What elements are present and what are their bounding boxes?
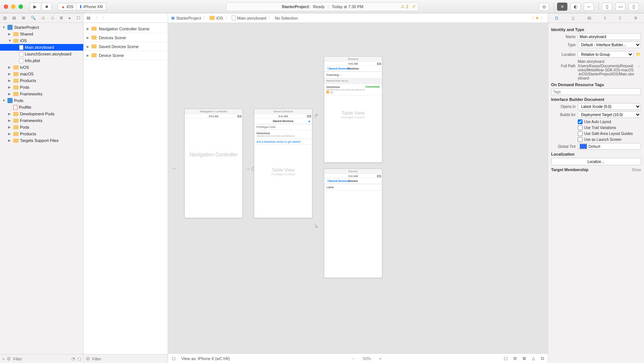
attributes-inspector-icon[interactable]: ⟠	[604, 16, 606, 20]
editor-standard-button[interactable]: ≡	[557, 3, 567, 11]
tree-item[interactable]: Info.plist	[0, 57, 83, 64]
tree-item[interactable]: ▶Shared	[0, 31, 83, 37]
issue-nav-icon[interactable]: ⚠	[41, 16, 45, 20]
symbol-nav-icon[interactable]: ⊞	[22, 16, 25, 20]
embed-icon[interactable]: ▢	[504, 356, 507, 361]
scene-device[interactable]: Device 9:41 AM 〈Saved DevicesDevice Labe…	[324, 169, 382, 278]
stack-icon[interactable]: ⊡	[541, 356, 544, 361]
tree-item[interactable]: Podfile	[0, 104, 83, 111]
add-icon[interactable]: +	[308, 119, 311, 123]
launch-screen-checkbox[interactable]	[578, 137, 583, 142]
zoom-icon[interactable]	[19, 4, 23, 9]
file-inspector-icon[interactable]: 🗋	[555, 16, 559, 20]
tree-item[interactable]: ▶Products	[0, 77, 83, 84]
tree-item[interactable]: ▶Targets Support Files	[0, 137, 83, 144]
outline-toggle-icon[interactable]: ▤	[87, 16, 90, 20]
tree-item[interactable]: ▶Pods	[0, 124, 83, 130]
tree-item[interactable]: Main.storyboard	[0, 44, 83, 51]
prototype-cell[interactable]: MetaWearConnected! 326A9000-85CB-9195-D9…	[324, 84, 382, 95]
add-icon[interactable]: +	[2, 357, 4, 361]
editor-version-button[interactable]: ↔	[584, 3, 594, 11]
tree-item[interactable]: ▼iOS	[0, 37, 83, 44]
zoom-in-button[interactable]: +	[379, 356, 381, 361]
zoom-out-button[interactable]: −	[352, 356, 355, 361]
identity-inspector-icon[interactable]: ▤	[587, 16, 591, 20]
debug-nav-icon[interactable]: ≣	[60, 16, 63, 20]
prototype-cell[interactable]: MetaWear 326A9000-85CB-9195-D9DD-464CFBB…	[254, 130, 312, 139]
tree-item[interactable]: ▶tvOS	[0, 64, 83, 71]
stop-button[interactable]: ■	[41, 3, 52, 11]
outline-scene[interactable]: ▶Devices Scene	[84, 33, 168, 42]
localize-button[interactable]: Localize…	[551, 158, 641, 165]
scene-nav-controller[interactable]: Navigation Controller 9:41 AM Navigation…	[184, 109, 243, 218]
tree-project-root[interactable]: ▼StarterProject	[0, 24, 83, 31]
outline-scene[interactable]: ▶Saved Devices Scene	[84, 42, 168, 51]
back-button[interactable]: 〈Saved Devices	[326, 67, 349, 71]
device-config-icon[interactable]: ▢	[172, 356, 175, 361]
outline-scene[interactable]: ▶Device Scene	[84, 51, 168, 60]
folder-icon[interactable]: 📁	[636, 52, 641, 57]
global-tint-select[interactable]: Default	[578, 143, 641, 150]
minimize-icon[interactable]	[11, 4, 16, 9]
project-nav-icon[interactable]: ▥	[3, 16, 7, 20]
issue-indicator[interactable]: ⚠ 2 ↗	[401, 4, 415, 9]
back-button[interactable]: 〈Saved Devices	[326, 179, 349, 183]
name-field[interactable]	[578, 33, 641, 40]
find-nav-icon[interactable]: 🔍	[31, 16, 36, 20]
outline-filter-input[interactable]	[92, 357, 165, 361]
scheme-selector[interactable]: ▲iOS ▮iPhone XR	[58, 3, 106, 10]
jump-prev-icon[interactable]: 〈	[530, 15, 534, 21]
forward-icon[interactable]: 〉	[102, 15, 106, 21]
add-device-cell[interactable]: Add a MetaWear device to get started!	[254, 139, 312, 145]
scm-icon[interactable]: ▢	[77, 356, 81, 361]
opens-in-select[interactable]: Latest Xcode (9.0)	[578, 103, 641, 110]
test-nav-icon[interactable]: ◇	[51, 16, 54, 20]
resolve-icon[interactable]: △	[532, 356, 535, 361]
jump-bar[interactable]: ▣StarterProject〉 iOS〉 Main.storyboard〉 N…	[168, 13, 548, 23]
scene-saved-devices[interactable]: Saved Devices 9:41 AM Saved Devices+ Pro…	[254, 109, 312, 218]
toggle-debug-button[interactable]: ▭	[615, 3, 625, 11]
scene-list[interactable]: ▶Navigation Controller Scene▶Devices Sce…	[84, 23, 168, 354]
project-tree[interactable]: ▼StarterProject ▶Shared▼iOSMain.storyboa…	[0, 23, 83, 354]
location-select[interactable]: Relative to Group	[578, 51, 634, 58]
tree-item[interactable]: ▶Development Pods	[0, 111, 83, 117]
breakpoint-nav-icon[interactable]: ▸	[69, 16, 71, 20]
navigator-filter-input[interactable]	[13, 357, 69, 361]
tree-item[interactable]: LaunchScreen.storyboard	[0, 51, 83, 57]
builds-for-select[interactable]: Deployment Target (10.0)	[578, 111, 641, 118]
outline-scene[interactable]: ▶Navigation Controller Scene	[84, 24, 168, 33]
auto-layout-checkbox[interactable]	[578, 119, 583, 124]
view-as-label[interactable]: View as: iPhone 8 (wC hR)	[181, 356, 230, 361]
align-icon[interactable]: ⊟	[513, 356, 517, 361]
editor-assistant-button[interactable]: ◐	[570, 3, 581, 11]
source-nav-icon[interactable]: ▤	[12, 16, 16, 20]
run-button[interactable]: ▶	[30, 3, 40, 11]
tree-item[interactable]: ▶Frameworks	[0, 91, 83, 97]
jump-warn-icon[interactable]: ▲	[535, 15, 539, 21]
tags-field[interactable]	[551, 88, 641, 95]
pin-icon[interactable]: ⊞	[523, 356, 526, 361]
close-icon[interactable]	[4, 4, 8, 9]
reveal-icon[interactable]: →	[637, 64, 641, 68]
help-inspector-icon[interactable]: ⍰	[572, 16, 574, 20]
tree-item[interactable]: ▶Frameworks	[0, 117, 83, 124]
jump-next-icon[interactable]: 〉	[541, 15, 545, 21]
connections-inspector-icon[interactable]: ⊕	[634, 16, 637, 20]
report-nav-icon[interactable]: ☐	[77, 16, 80, 20]
toggle-navigator-button[interactable]: ▯	[602, 3, 612, 11]
toggle-inspector-button[interactable]: ▯	[628, 3, 639, 11]
tree-pods-root[interactable]: ▼Pods	[0, 97, 83, 104]
trait-variations-checkbox[interactable]	[578, 125, 583, 130]
scene-devices[interactable]: Devices 9:41 AM 〈Saved DevicesDevices Sc…	[324, 56, 382, 163]
tree-item[interactable]: ▶Pods	[0, 84, 83, 91]
back-icon[interactable]: 〈	[94, 15, 98, 21]
tree-item[interactable]: ▶Products	[0, 130, 83, 137]
size-inspector-icon[interactable]: ▯	[619, 16, 621, 20]
clock-icon[interactable]: ◔	[71, 356, 75, 361]
tree-item[interactable]: ▶macOS	[0, 71, 83, 77]
library-button[interactable]: ◎	[539, 3, 549, 11]
safe-area-checkbox[interactable]	[578, 131, 583, 136]
show-link[interactable]: Show	[632, 168, 641, 172]
storyboard-canvas[interactable]: Navigation Controller 9:41 AM Navigation…	[168, 23, 548, 353]
type-select[interactable]: Default - Interface Builder...	[578, 41, 641, 48]
